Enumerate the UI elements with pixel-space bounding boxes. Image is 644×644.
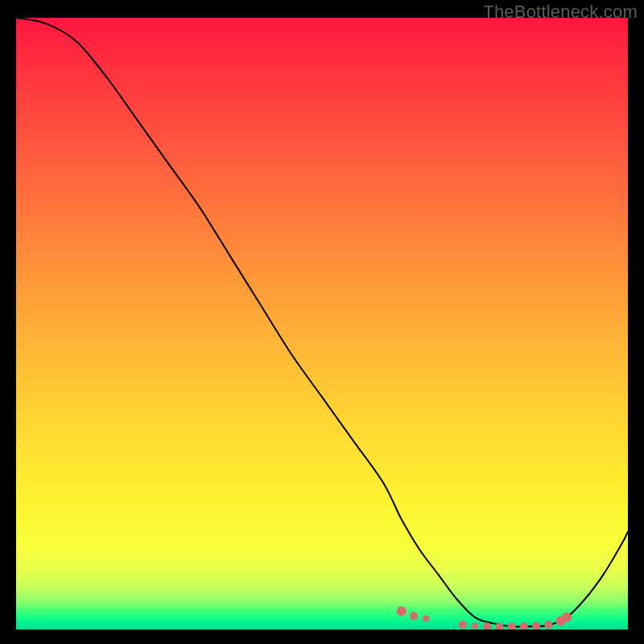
curve-marker (397, 606, 407, 616)
curve-marker (472, 622, 478, 629)
curve-marker (483, 622, 491, 630)
bottleneck-curve (16, 18, 628, 630)
curve-marker (410, 612, 418, 620)
curve-marker (508, 622, 516, 630)
curve-marker (562, 613, 572, 622)
curve-marker (423, 615, 429, 621)
curve-marker (520, 622, 528, 630)
curve-line (16, 18, 628, 627)
chart-frame: TheBottleneck.com (0, 0, 644, 644)
watermark-text: TheBottleneck.com (483, 2, 638, 23)
plot-area (16, 18, 628, 630)
curve-marker (544, 621, 552, 629)
curve-marker (532, 621, 540, 630)
marker-group (397, 606, 572, 630)
curve-marker (459, 621, 467, 629)
